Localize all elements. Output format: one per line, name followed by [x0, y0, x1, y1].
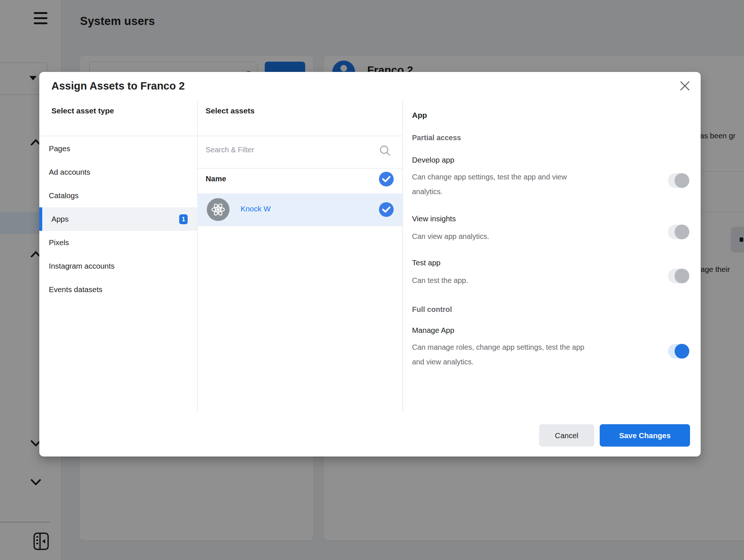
cancel-button[interactable]: Cancel: [539, 424, 594, 447]
select-all-checkbox[interactable]: [379, 172, 394, 186]
permission-test-app-label: Test app: [412, 258, 441, 267]
asset-type-catalogs[interactable]: Catalogs: [39, 184, 197, 207]
asset-type-apps[interactable]: Apps 1: [39, 207, 197, 231]
manage-app-toggle[interactable]: [668, 344, 689, 359]
permission-view-insights-description: Can view app analytics.: [412, 229, 640, 244]
close-icon: [679, 80, 690, 91]
asset-name: Knock W: [241, 204, 271, 213]
header-divider: [39, 136, 403, 136]
column-divider: [402, 101, 403, 412]
asset-type-instagram-accounts[interactable]: Instagram accounts: [39, 254, 197, 278]
atom-icon: [210, 201, 226, 218]
toggle-knob: [675, 225, 689, 239]
asset-checkbox[interactable]: [379, 202, 394, 217]
permissions-column-header: App: [412, 111, 427, 120]
asset-type-pixels[interactable]: Pixels: [39, 231, 197, 254]
section-partial-access: Partial access: [412, 134, 461, 142]
column-divider: [197, 101, 198, 412]
toggle-knob: [675, 344, 689, 359]
check-icon: [382, 175, 391, 183]
permission-manage-app-label: Manage App: [412, 326, 454, 335]
app-avatar: [207, 198, 230, 221]
search-icon: [379, 145, 391, 157]
save-changes-button[interactable]: Save Changes: [600, 424, 690, 447]
toggle-knob: [675, 173, 689, 188]
toggle-knob: [675, 269, 689, 283]
search-filter-input[interactable]: [206, 142, 367, 158]
permission-develop-app-label: Develop app: [412, 156, 454, 164]
permission-test-app-description: Can test the app.: [412, 273, 640, 288]
assets-column-header: Select assets: [206, 106, 254, 115]
asset-type-events-datasets[interactable]: Events datasets: [39, 278, 197, 301]
permission-develop-app-description: Can change app settings, test the app an…: [412, 170, 640, 199]
name-column-header: Name: [206, 174, 226, 183]
assign-assets-dialog: Assign Assets to Franco 2 Select asset t…: [39, 72, 701, 457]
close-button[interactable]: [677, 78, 693, 94]
asset-type-pages[interactable]: Pages: [39, 137, 197, 160]
section-full-control: Full control: [412, 305, 452, 314]
asset-row-knock-w[interactable]: Knock W: [197, 193, 402, 226]
test-app-toggle[interactable]: [668, 269, 689, 283]
develop-app-toggle[interactable]: [668, 173, 689, 188]
check-icon: [382, 206, 391, 213]
selected-indicator-bar: [39, 207, 42, 231]
permission-view-insights-label: View insights: [412, 214, 456, 223]
asset-type-column-header: Select asset type: [51, 106, 114, 115]
view-insights-toggle[interactable]: [668, 225, 689, 239]
asset-type-ad-accounts[interactable]: Ad accounts: [39, 160, 197, 184]
permission-manage-app-description: Can manage roles, change app settings, t…: [412, 340, 640, 369]
apps-count-badge: 1: [179, 214, 188, 224]
dialog-title: Assign Assets to Franco 2: [51, 80, 185, 92]
divider: [197, 168, 402, 168]
